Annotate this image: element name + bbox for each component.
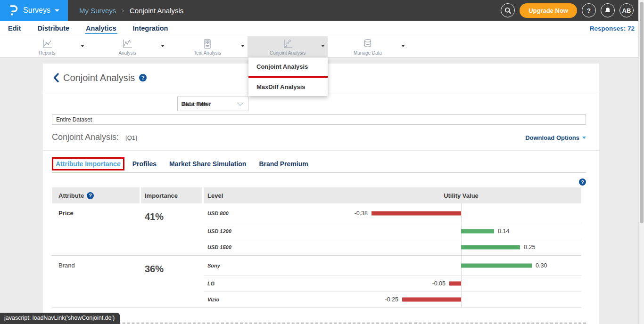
col-level: Level [207, 192, 223, 199]
col-utility-value: Utility Value [444, 192, 479, 199]
level-row: USD 12000.14 [204, 223, 581, 239]
reports-dropdown-caret[interactable] [81, 45, 84, 47]
tab-attribute-importance[interactable]: Attribute Importance [56, 160, 121, 168]
upgrade-now-button[interactable]: Upgrade Now [520, 3, 577, 18]
utility-value-label: 0.25 [524, 244, 535, 251]
table-header: Attribute ? Importance Level Utility Val… [52, 187, 581, 203]
level-row: LG-0.05 [204, 275, 581, 292]
utility-bar [372, 211, 461, 215]
breadcrumb-current: Conjoint Analysis [130, 7, 183, 15]
download-options-button[interactable]: Download Options [525, 134, 586, 141]
utility-value-label: 0.30 [536, 262, 547, 269]
question-code: [Q1] [125, 134, 137, 141]
breadcrumb-separator: › [122, 7, 124, 14]
level-row: USD 800-0.38 [204, 203, 581, 223]
attribute-name: Price [52, 203, 140, 255]
level-name: USD 800 [207, 211, 229, 216]
conjoint-dropdown-menu: Conjoint Analysis MaxDiff Analysis [248, 57, 328, 96]
level-name: LG [207, 281, 215, 286]
content-card: Conjoint Analysis ? Data Filter No Filte… [43, 64, 599, 324]
topbar: Surveys My Surveys › Conjoint Analysis U… [0, 0, 644, 21]
trend-chart-icon [121, 38, 133, 50]
level-row: Sony0.30 [204, 256, 581, 275]
conjoint-dropdown-caret[interactable] [321, 45, 325, 47]
data-filter-select[interactable]: No Filter [177, 97, 248, 111]
chevron-down-icon [55, 9, 59, 12]
tab-market-share-simulation[interactable]: Market Share Simulation [169, 160, 246, 168]
tabs: Attribute Importance Profiles Market Sha… [52, 160, 586, 173]
toolbar-item-text-analysis[interactable]: Text Analysis [167, 36, 248, 57]
utility-bar [461, 229, 494, 233]
tab-profiles[interactable]: Profiles [132, 160, 157, 168]
nav-item-edit[interactable]: Edit [7, 23, 22, 34]
status-link-tooltip: javascript: loadNavLink('showConjoint.do… [0, 313, 120, 324]
attribute-help-icon[interactable]: ? [87, 192, 94, 199]
database-icon [362, 38, 374, 50]
utility-value-label: 0.14 [498, 228, 509, 235]
bell-icon [604, 7, 611, 14]
breadcrumb-my-surveys[interactable]: My Surveys [79, 7, 116, 15]
menu-item-conjoint-analysis[interactable]: Conjoint Analysis [248, 57, 328, 76]
back-button[interactable] [53, 73, 59, 82]
scatter-chart-icon [281, 38, 294, 50]
level-name: USD 1200 [207, 228, 231, 234]
analytics-toolbar: Reports Analysis Text Analysis Conjoint … [0, 36, 644, 57]
text-analysis-dropdown-caret[interactable] [241, 45, 245, 47]
toolbar-item-manage-data[interactable]: Manage Data [328, 36, 408, 57]
notifications-button[interactable] [601, 3, 615, 17]
level-row: Vizio-0.25 [204, 292, 581, 308]
toolbar-item-conjoint-analysis[interactable]: Conjoint Analysis [248, 36, 328, 57]
level-name: Sony [207, 263, 220, 268]
data-filter-row: Data Filter No Filter [43, 97, 599, 111]
dataset-field[interactable] [52, 114, 586, 125]
survey-nav: Edit Distribute Analytics Integration Re… [0, 21, 644, 36]
help-icon[interactable]: ? [139, 74, 147, 81]
divider [43, 150, 599, 151]
section-header: Conjoint Analysis: [Q1] Download Options [52, 132, 586, 142]
data-filter-value: No Filter [182, 100, 206, 107]
chevron-down-icon [237, 100, 243, 106]
questionpro-logo-icon [8, 4, 19, 16]
menu-item-maxdiff-analysis[interactable]: MaxDiff Analysis [248, 78, 328, 96]
utility-bar [461, 245, 520, 250]
brand-menu[interactable]: Surveys [0, 0, 68, 21]
nav-item-integration[interactable]: Integration [132, 23, 169, 34]
scrollbar-track[interactable] [638, 0, 644, 324]
dashed-divider [52, 323, 586, 324]
annotation-box: Attribute Importance [52, 157, 124, 170]
attribute-name: Brand [52, 256, 140, 308]
attribute-group: Price41%USD 800-0.38USD 12000.14USD 1500… [52, 203, 581, 256]
toolbar-item-reports[interactable]: Reports [7, 36, 87, 57]
utility-value-label: -0.25 [385, 296, 399, 303]
attribute-importance-table: Attribute ? Importance Level Utility Val… [52, 187, 581, 308]
help-icon[interactable]: ? [579, 178, 586, 186]
level-name: USD 1500 [207, 244, 231, 250]
line-chart-icon [41, 38, 53, 50]
importance-value: 41% [141, 203, 202, 255]
utility-value-label: -0.05 [432, 280, 446, 287]
nav-item-distribute[interactable]: Distribute [36, 23, 70, 34]
help-button[interactable]: ? [582, 3, 596, 17]
search-icon [504, 7, 512, 14]
attribute-group: Brand36%Sony0.30LG-0.05Vizio-0.25 [52, 256, 581, 308]
tab-brand-premium[interactable]: Brand Premium [259, 160, 308, 168]
level-name: Vizio [207, 297, 219, 302]
responses-count[interactable]: Responses: 72 [590, 25, 635, 32]
col-importance: Importance [141, 187, 202, 203]
nav-item-analytics[interactable]: Analytics [85, 23, 117, 34]
topbar-actions: Upgrade Now ? AB [501, 3, 644, 18]
table-groups: Price41%USD 800-0.38USD 12000.14USD 1500… [52, 203, 581, 308]
avatar[interactable]: AB [619, 3, 634, 17]
analysis-dropdown-caret[interactable] [161, 45, 165, 47]
scrollbar-thumb[interactable] [640, 2, 644, 223]
col-attribute: Attribute [58, 192, 84, 199]
search-button[interactable] [501, 3, 515, 17]
utility-bar [402, 298, 461, 302]
utility-bar [461, 263, 532, 267]
level-rows: Sony0.30LG-0.05Vizio-0.25 [204, 256, 581, 308]
utility-bar [449, 281, 461, 285]
section-title: Conjoint Analysis: [52, 132, 119, 142]
manage-data-dropdown-caret[interactable] [401, 45, 405, 47]
utility-value-label: -0.38 [355, 210, 368, 217]
toolbar-item-analysis[interactable]: Analysis [87, 36, 167, 57]
